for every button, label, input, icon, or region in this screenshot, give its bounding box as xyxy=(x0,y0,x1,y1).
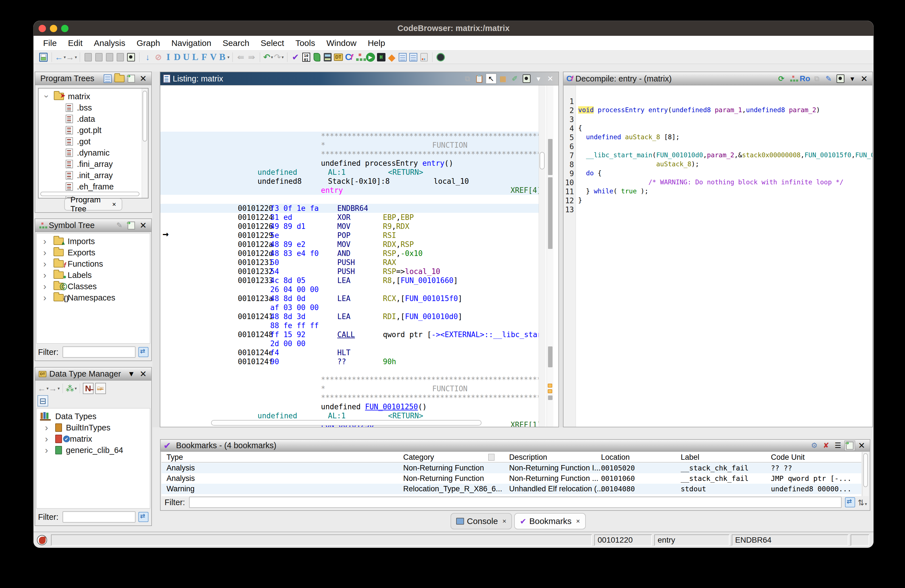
format-l-button[interactable]: L xyxy=(191,52,200,62)
symbol-tree-item-labels[interactable]: ›●Labels xyxy=(41,270,92,281)
program-diff-icon[interactable] xyxy=(435,52,446,63)
decompile-line[interactable] xyxy=(578,205,872,215)
close-icon[interactable]: ✕ xyxy=(138,73,148,84)
datatype-item-matrix[interactable]: ›✔matrix xyxy=(42,433,92,445)
column-header-location[interactable]: Location xyxy=(601,452,630,462)
listing-row[interactable]: undefinedAL:1<RETURN> xyxy=(160,168,541,177)
symbol-tree-item-namespaces[interactable]: ›{}Namespaces xyxy=(41,292,115,303)
decompile-line[interactable]: /* WARNING: Do nothing block with infini… xyxy=(578,178,872,188)
listing-body[interactable]: .. .. .. .. .. .. .. .. → **************… xyxy=(160,86,559,427)
tree-item-got[interactable]: .got xyxy=(66,136,90,147)
format-v-button[interactable]: V xyxy=(209,52,218,62)
format-u-button[interactable]: U xyxy=(182,52,191,62)
menu-search[interactable]: Search xyxy=(217,38,255,48)
snapshot-camera-icon[interactable] xyxy=(125,52,137,63)
bookmarks-header[interactable]: ✔ Bookmarks - (4 bookmarks) ⚙ ✘ ☰ ✕ xyxy=(160,440,870,451)
symbol-tree-item-functions[interactable]: ›fFunctions xyxy=(41,258,103,270)
diff-view-icon[interactable]: ▦ xyxy=(498,73,508,84)
vertical-scrollbar[interactable] xyxy=(142,89,148,198)
snapshot-icon[interactable] xyxy=(845,440,855,451)
listing-row[interactable]: undefinedAL:1<RETURN> xyxy=(160,411,541,420)
tree-item-data[interactable]: .data xyxy=(66,113,95,125)
chevron-right-icon[interactable]: › xyxy=(40,259,49,269)
tree-item-bss[interactable]: .bss xyxy=(66,102,92,113)
listing-row[interactable]: 0010122431 edXOREBP,EBP xyxy=(160,213,541,222)
filter-input[interactable] xyxy=(189,497,842,508)
table-view-icon[interactable] xyxy=(397,52,408,63)
diff-icon[interactable]: ◆ xyxy=(387,52,397,63)
go-down-icon[interactable]: ↓ xyxy=(142,52,153,63)
open-folder-icon[interactable] xyxy=(114,73,125,84)
dropdown-icon[interactable]: ▾ xyxy=(847,73,858,84)
refresh-icon[interactable]: ⟳ xyxy=(776,73,787,84)
decompile-header[interactable]: Cf Decompile: entry - (matrix) ⟳ Ro ⧉ ✎ … xyxy=(564,72,872,86)
bookmark-row[interactable]: AnalysisNon-Returning FunctionNon-Return… xyxy=(162,463,861,473)
chevron-right-icon[interactable]: › xyxy=(40,270,49,280)
filter-settings-icon[interactable]: ⇅▾ xyxy=(858,498,867,507)
close-icon[interactable]: ✕ xyxy=(138,369,148,379)
format-i-button[interactable]: I xyxy=(164,52,173,62)
listing-hscrollbar[interactable] xyxy=(211,420,481,426)
close-icon[interactable]: × xyxy=(576,517,580,525)
symbol-tree-header[interactable]: Symbol Tree ✎ ✕ xyxy=(35,219,151,232)
undo-icon[interactable]: ↶▾ xyxy=(263,52,273,63)
close-icon[interactable]: ✕ xyxy=(545,73,556,84)
snapshot-icon[interactable] xyxy=(126,73,137,84)
ghidra-logo-icon[interactable] xyxy=(37,535,47,545)
listing-row[interactable]: 0010122649 89 d1MOVR9,RDX xyxy=(160,222,541,231)
data-type-manager-icon[interactable]: DT xyxy=(333,52,344,63)
listing-row[interactable]: 00101220f3 0f 1e faENDBR64 xyxy=(160,204,541,213)
program-tree-tab[interactable]: Program Tree × xyxy=(64,198,122,211)
bookmarks-table[interactable]: TypeCategoryDescriptionLocationLabelCode… xyxy=(162,452,861,496)
listing-row[interactable]: 26 04 00 00 xyxy=(160,285,541,294)
settings-gear-icon[interactable]: ⚙ xyxy=(809,440,819,451)
listing-row[interactable]: 0010123a48 8d 0dLEARCX,[FUN_001015f0] xyxy=(160,294,541,303)
chevron-right-icon[interactable]: › xyxy=(40,281,49,291)
menu-tools[interactable]: Tools xyxy=(290,38,321,48)
listing-row[interactable]: 2d 00 00 xyxy=(160,339,541,348)
close-icon[interactable]: × xyxy=(112,200,116,208)
new-tree-icon[interactable] xyxy=(102,73,113,84)
listing-row[interactable]: *FUNCTION xyxy=(160,141,541,150)
datatype-item-generic_clib_64[interactable]: ›generic_clib_64 xyxy=(42,445,123,456)
memory-map-icon[interactable] xyxy=(322,52,333,63)
decompile-line[interactable] xyxy=(578,97,872,106)
listing-row[interactable]: 0010123254PUSHRSP=>local_10 xyxy=(160,267,541,276)
validate-icon[interactable]: ✔ xyxy=(290,52,301,63)
search-icon[interactable] xyxy=(835,73,846,84)
chevron-right-icon[interactable]: › xyxy=(40,236,49,246)
decompile-body[interactable]: 12345678910111213 void processEntry entr… xyxy=(564,86,872,427)
listing-row[interactable]: undefined FUN_00101250() xyxy=(160,402,541,411)
listing-row[interactable]: ****************************************… xyxy=(160,150,541,159)
decompile-line[interactable]: void processEntry entry(undefined8 param… xyxy=(578,106,872,115)
column-filter-icon[interactable] xyxy=(488,454,494,461)
tree-item-init_array[interactable]: .init_array xyxy=(66,170,113,181)
symbol-tree-item-classes[interactable]: ›ⒸClasses xyxy=(41,281,97,292)
tree-item-dynamic[interactable]: .dynamic xyxy=(66,147,110,159)
column-header-label[interactable]: Label xyxy=(681,452,699,462)
snapshot-icon[interactable] xyxy=(126,221,137,230)
tab-console[interactable]: Console × xyxy=(451,513,512,529)
listing-row[interactable]: entryXREF[4]: xyxy=(160,186,541,195)
chevron-right-icon[interactable]: › xyxy=(40,247,49,257)
listing-row[interactable] xyxy=(160,195,541,204)
tree-root-data-types[interactable]: Data Types xyxy=(40,411,96,422)
decompile-line[interactable] xyxy=(578,142,872,151)
menu-analysis[interactable]: Analysis xyxy=(88,38,131,48)
cursor-tool-icon[interactable]: ↖ xyxy=(486,73,497,84)
listing-row[interactable]: *FUNCTION xyxy=(160,384,541,393)
chevron-right-icon[interactable]: › xyxy=(42,422,51,433)
close-icon[interactable]: ✕ xyxy=(856,440,867,451)
back-icon[interactable]: ←▾ xyxy=(55,52,66,63)
listing-row[interactable]: undefined processEntry entry() xyxy=(160,159,541,168)
menu-file[interactable]: File xyxy=(38,38,62,48)
filter-input[interactable] xyxy=(62,346,136,358)
data-types-tree[interactable]: Data Types ›BuiltInTypes›✔matrix›generic… xyxy=(37,408,150,509)
datatype-item-builtintypes[interactable]: ›BuiltInTypes xyxy=(42,422,110,433)
close-icon[interactable]: ✕ xyxy=(138,221,148,230)
filter-path-icon[interactable]: ⁂▾ xyxy=(66,383,77,394)
decompile-line[interactable]: __libc_start_main(FUN_001010d0,param_2,&… xyxy=(578,151,872,161)
listing-row[interactable]: 001012295ePOPRSI xyxy=(160,231,541,240)
function-graph-icon[interactable] xyxy=(354,52,365,63)
listing-row[interactable]: ****************************************… xyxy=(160,375,541,384)
